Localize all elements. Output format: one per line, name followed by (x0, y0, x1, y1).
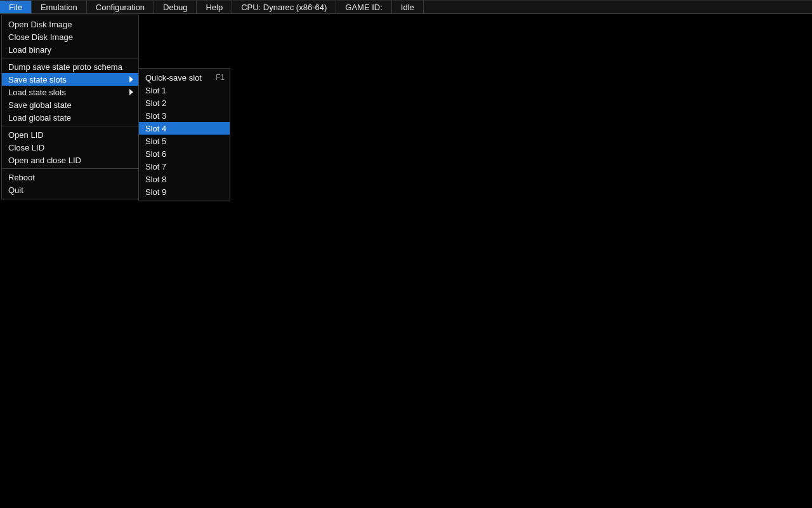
item-label: Slot 4 (145, 124, 225, 133)
item-label: Slot 9 (145, 187, 225, 197)
slot-7[interactable]: Slot 7 (139, 160, 230, 173)
item-label: Save state slots (8, 75, 124, 84)
file-dump-schema[interactable]: Dump save state proto schema (2, 60, 138, 73)
item-label: Save global state (8, 100, 133, 110)
menu-separator (2, 58, 138, 58)
item-label: Slot 6 (145, 149, 225, 159)
menu-file[interactable]: File (0, 1, 32, 13)
status-game-id: GAME ID: (336, 1, 392, 13)
file-save-state-slots[interactable]: Save state slots (2, 73, 138, 86)
menu-separator (2, 168, 138, 169)
menu-debug-label: Debug (163, 3, 187, 12)
slot-quick-save[interactable]: Quick-save slot F1 (139, 71, 230, 84)
slot-6[interactable]: Slot 6 (139, 147, 230, 160)
file-open-lid[interactable]: Open LID (2, 128, 138, 141)
menu-help[interactable]: Help (197, 1, 232, 13)
item-label: Load global state (8, 113, 133, 123)
slot-8[interactable]: Slot 8 (139, 173, 230, 185)
item-label: Close Disk Image (8, 32, 133, 42)
item-label: Slot 2 (145, 98, 225, 108)
item-label: Load state slots (8, 88, 124, 97)
item-label: Slot 1 (145, 86, 225, 95)
slot-4[interactable]: Slot 4 (139, 122, 230, 135)
menu-debug[interactable]: Debug (154, 1, 197, 13)
menu-configuration-label: Configuration (96, 3, 145, 12)
item-label: Close LID (8, 143, 133, 152)
status-state: Idle (392, 1, 424, 13)
slot-9[interactable]: Slot 9 (139, 185, 230, 198)
slot-5[interactable]: Slot 5 (139, 135, 230, 147)
menubar: File Emulation Configuration Debug Help … (0, 0, 812, 14)
file-reboot[interactable]: Reboot (2, 171, 138, 184)
submenu-arrow-icon (129, 89, 133, 95)
file-close-lid[interactable]: Close LID (2, 141, 138, 154)
submenu-arrow-icon (129, 76, 133, 83)
item-label: Open LID (8, 130, 133, 140)
item-label: Quit (8, 185, 133, 195)
file-open-disk-image[interactable]: Open Disk Image (2, 18, 138, 30)
menu-file-label: File (9, 3, 22, 12)
file-load-global-state[interactable]: Load global state (2, 111, 138, 124)
file-close-disk-image[interactable]: Close Disk Image (2, 30, 138, 43)
status-game-id-label: GAME ID: (345, 3, 383, 12)
item-label: Dump save state proto schema (8, 62, 133, 72)
item-label: Slot 7 (145, 162, 225, 171)
file-open-close-lid[interactable]: Open and close LID (2, 154, 138, 166)
slot-2[interactable]: Slot 2 (139, 97, 230, 109)
status-cpu-label: CPU: Dynarec (x86-64) (241, 3, 327, 12)
item-accelerator: F1 (216, 73, 225, 82)
item-label: Slot 8 (145, 175, 225, 184)
menu-emulation[interactable]: Emulation (32, 1, 87, 13)
menu-emulation-label: Emulation (41, 3, 77, 12)
item-label: Quick-save slot (145, 73, 209, 83)
menu-configuration[interactable]: Configuration (87, 1, 154, 13)
status-cpu: CPU: Dynarec (x86-64) (232, 1, 336, 13)
file-load-state-slots[interactable]: Load state slots (2, 86, 138, 98)
file-load-binary[interactable]: Load binary (2, 43, 138, 56)
item-label: Reboot (8, 173, 133, 182)
status-state-label: Idle (401, 3, 414, 12)
item-label: Slot 5 (145, 137, 225, 146)
file-quit[interactable]: Quit (2, 184, 138, 196)
menu-separator (2, 126, 138, 126)
item-label: Open and close LID (8, 156, 133, 165)
item-label: Load binary (8, 45, 133, 55)
item-label: Open Disk Image (8, 20, 133, 29)
file-save-global-state[interactable]: Save global state (2, 98, 138, 111)
save-slots-submenu: Quick-save slot F1 Slot 1 Slot 2 Slot 3 … (138, 68, 230, 201)
slot-3[interactable]: Slot 3 (139, 109, 230, 122)
slot-1[interactable]: Slot 1 (139, 84, 230, 97)
menu-help-label: Help (206, 3, 223, 12)
item-label: Slot 3 (145, 111, 225, 121)
file-dropdown: Open Disk Image Close Disk Image Load bi… (1, 15, 139, 199)
